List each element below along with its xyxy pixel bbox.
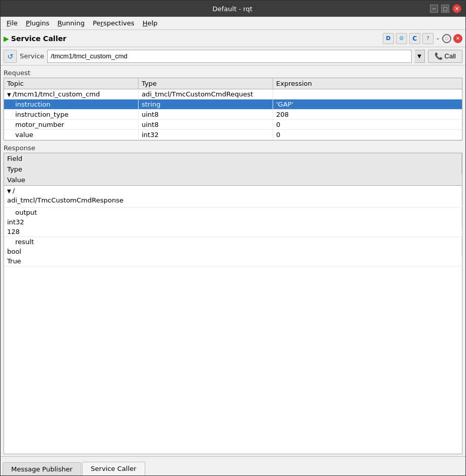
settings-button[interactable]: ⚙ [396,33,407,44]
request-row3-type: uint8 [139,120,273,129]
menu-file[interactable]: File [3,18,22,28]
response-row0-type: adi_tmcl/TmcCustomCmdResponse [4,195,462,205]
menu-running[interactable]: Running [53,18,88,28]
close-plugin-button[interactable]: ✕ [453,34,462,43]
main-window: Default - rqt ─ □ ✕ File Plugins Running… [0,0,466,476]
window-title: Default - rqt [35,5,430,13]
menu-perspectives[interactable]: Perspectives [89,18,139,28]
menubar: File Plugins Running Perspectives Help [1,17,465,30]
tab-message-publisher-label: Message Publisher [11,465,73,473]
maximize-button[interactable]: □ [441,5,449,13]
table-row[interactable]: instruction string 'GAP' [4,99,462,110]
table-row[interactable]: output int32 128 [4,208,462,237]
call-label: Call [445,52,456,60]
service-dropdown[interactable]: ▼ [415,50,425,63]
plugin-toolbar: ▶ Service Caller D ⚙ C ? - ○ ✕ [1,30,465,47]
d-button[interactable]: D [383,33,394,44]
tree-arrow-resp-0: ▼ [7,188,11,194]
response-row2-type: bool [4,247,462,256]
titlebar-controls: ─ □ ✕ [430,4,461,13]
response-col-type: Type [4,164,462,175]
service-label: Service [20,52,44,60]
table-row[interactable]: value int32 0 [4,130,462,140]
response-col-field: Field [4,153,462,164]
tree-arrow-0: ▼ [7,92,11,97]
request-table-header: Topic Type Expression [4,78,462,89]
request-row1-topic: instruction [4,99,139,109]
call-icon: 📞 [435,52,443,60]
request-col-topic: Topic [4,78,139,89]
response-table-body: ▼/ adi_tmcl/TmcCustomCmdResponse output … [4,186,462,266]
menu-perspectives-label: Perspectives [93,19,135,27]
request-table: Topic Type Expression ▼/tmcm1/tmcl_custo… [4,78,462,141]
response-row2-value: True [4,256,462,266]
menu-plugins-label: Plugins [26,19,50,27]
request-table-body: ▼/tmcm1/tmcl_custom_cmd adi_tmcl/TmcCust… [4,89,462,140]
menu-file-label: File [7,19,18,27]
separator: - [436,35,440,43]
circle-button[interactable]: ○ [442,34,451,43]
request-row2-expr: 208 [273,110,462,119]
request-col-expression: Expression [273,78,462,89]
plugin-title: Service Caller [11,35,66,43]
response-table-header: Field Type Value [4,153,462,186]
request-row4-type: int32 [139,130,273,140]
call-button[interactable]: 📞 Call [428,50,462,63]
refresh-button[interactable]: ↺ [4,50,17,63]
response-row1-field: output [4,208,462,217]
request-row0-type: adi_tmcl/TmcCustomCmdRequest [139,89,273,99]
table-row[interactable]: ▼/tmcm1/tmcl_custom_cmd adi_tmcl/TmcCust… [4,89,462,99]
response-row0-value [4,205,462,207]
response-section: Response Field Type Value ▼/ adi_tmcl/Tm… [4,143,462,454]
table-row[interactable]: result bool True [4,237,462,266]
service-bar: ↺ Service ▼ 📞 Call [1,47,465,65]
request-row2-topic: instruction_type [4,110,139,119]
response-table: Field Type Value ▼/ adi_tmcl/TmcCustomCm… [4,153,462,454]
menu-running-label: Running [57,19,84,27]
titlebar: Default - rqt ─ □ ✕ [1,1,465,17]
response-row1-value: 128 [4,227,462,236]
response-col-value: Value [4,175,462,185]
close-button[interactable]: ✕ [452,4,461,13]
menu-help-label: Help [143,19,158,27]
toolbar-right: D ⚙ C ? - ○ ✕ [383,33,462,44]
bottom-tabs: Message Publisher Service Caller [1,456,465,475]
request-col-type: Type [139,78,273,89]
request-row3-expr: 0 [273,120,462,129]
table-row[interactable]: ▼/ adi_tmcl/TmcCustomCmdResponse [4,186,462,208]
main-content: Request Topic Type Expression ▼/tmcm1/tm… [1,65,465,456]
request-row1-expr: 'GAP' [273,99,462,109]
menu-plugins[interactable]: Plugins [22,18,54,28]
table-row[interactable]: instruction_type uint8 208 [4,110,462,120]
request-row4-topic: value [4,130,139,140]
tab-service-caller[interactable]: Service Caller [82,462,145,475]
request-row0-expr [273,89,462,99]
minimize-button[interactable]: ─ [430,5,438,13]
response-label: Response [4,143,462,153]
table-row[interactable]: motor_number uint8 0 [4,120,462,130]
request-row4-expr: 0 [273,130,462,140]
chat-button[interactable]: C [409,33,420,44]
request-section: Request Topic Type Expression ▼/tmcm1/tm… [4,67,462,141]
request-row2-type: uint8 [139,110,273,119]
request-row3-topic: motor_number [4,120,139,129]
tab-service-caller-label: Service Caller [91,465,137,472]
help-button[interactable]: ? [422,33,434,44]
play-icon: ▶ [4,35,9,43]
tab-message-publisher[interactable]: Message Publisher [3,462,81,475]
response-row1-type: int32 [4,217,462,227]
request-row1-type: string [139,99,273,109]
request-row0-topic: ▼/tmcm1/tmcl_custom_cmd [4,89,139,99]
response-row0-field: ▼/ [4,186,462,195]
service-input[interactable] [47,50,412,63]
response-row2-field: result [4,237,462,247]
request-label: Request [4,67,462,78]
toolbar-left: ▶ Service Caller [4,35,66,43]
menu-help[interactable]: Help [139,18,162,28]
